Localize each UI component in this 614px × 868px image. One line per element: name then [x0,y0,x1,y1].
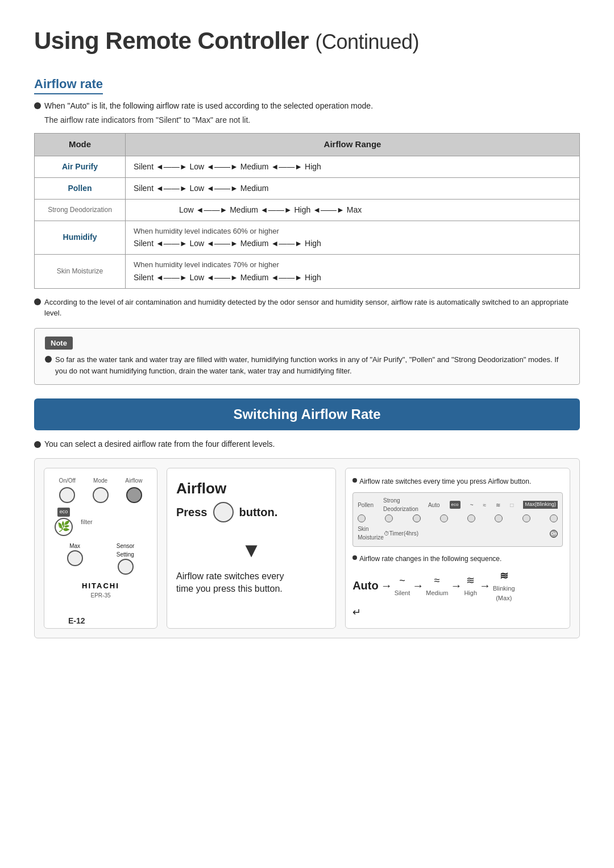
remote-top-labels: On/Off Mode Airflow [50,476,151,485]
eco-row: eco 🌿 filter [50,508,151,536]
range-air-purify: Silent ◄——► Low ◄——► Medium ◄——► High [126,156,580,177]
mini-silent-btn [467,514,475,522]
table-row: Strong Deodorization Low ◄——► Medium ◄——… [35,199,580,221]
mode-pollen: Pollen [35,177,126,199]
mini-medium-btn [495,514,503,522]
airflow-rate-title: Airflow rate [34,74,103,94]
eco-icon: 🌿 [55,518,73,536]
sensor-row: Max SensorSetting [50,542,151,575]
sequence-diagram: Auto → ~ Silent → ≈ Medium → ≋ High → [352,568,563,603]
loop-arrow-icon: ↵ [352,605,361,620]
diagram-wrapper: On/Off Mode Airflow eco 🌿 filter Max Sen… [34,458,580,638]
range-skin-moisturize: When humidity level indicates 70% or hig… [126,255,580,289]
mini-pollen-btn [358,514,366,522]
page-number: E-12 [68,615,85,627]
auto-label: Auto [352,577,379,594]
max-button[interactable] [67,550,83,566]
note-label: Note [45,337,73,350]
note-content: So far as the water tank and water tray … [45,354,569,376]
seq-item-silent: ~ Silent [395,573,410,598]
bullet-icon [45,356,52,363]
bullet-icon [34,298,41,305]
bullet-icon [34,441,41,448]
seq-arrow-3: → [450,577,462,594]
table-row: Humidify When humidity level indicates 6… [35,221,580,255]
onoff-button[interactable] [59,487,75,503]
remote-mini-diagram: Pollen StrongDeodorization Auto eco ~ ≈ … [352,492,563,547]
press-text: Press [176,504,208,521]
seq-note: Airflow rate changes in the following se… [352,554,563,564]
bullet-icon [352,555,357,560]
mini-max-btn [550,514,558,522]
press-circle-icon [213,502,234,522]
press-row: Press button. [176,502,277,522]
mini-strong-btn [385,514,393,522]
remote-top-buttons [50,487,151,503]
mini-eco-btn [440,514,448,522]
table-row: Skin Moisturize When humidity level indi… [35,255,580,289]
switching-header: Switching Airflow Rate [34,398,580,430]
bullet-icon [352,478,357,483]
airflow-intro-1: When "Auto" is lit, the following airflo… [34,100,580,112]
remote-controller-diagram: On/Off Mode Airflow eco 🌿 filter Max Sen… [44,468,157,629]
airflow-bottom-note: According to the level of air contaminat… [34,297,580,319]
seq-arrow-4: → [479,577,491,594]
airflow-big-label: Airflow [176,477,226,500]
mini-high-btn [522,514,530,522]
bullet-icon [34,102,41,109]
on-indicator: On [550,530,558,538]
mode-skin-moisturize: Skin Moisturize [35,255,126,289]
range-humidify: When humidity level indicates 60% or hig… [126,221,580,255]
airflow-sub-text: Airflow rate switches every time you pre… [176,570,284,596]
table-header-mode: Mode [35,134,126,156]
mini-auto-btn [413,514,421,522]
button-text: button. [239,504,278,521]
mode-air-purify: Air Purify [35,156,126,177]
page-title: Using Remote Controller (Continued) [34,23,580,59]
airflow-intro-sub: The airflow rate indicators from "Silent… [44,114,580,126]
eco-label: eco [57,508,70,517]
airflow-table: Mode Airflow Range Air Purify Silent ◄——… [34,133,580,289]
table-header-range: Airflow Range [126,134,580,156]
epr-model: EPR-35 [90,591,110,600]
note-box: Note So far as the water tank and water … [34,328,580,385]
airflow-instruction-panel: Airflow Press button. ▼ Airflow rate swi… [167,468,336,629]
down-arrow-icon: ▼ [176,535,326,566]
sequence-section: Airflow rate changes in the following se… [352,554,563,620]
seq-arrow-1: → [381,577,392,594]
sensor-setting-button[interactable] [118,559,134,575]
seq-item-high: ≋ High [464,573,477,598]
table-row: Pollen Silent ◄——► Low ◄——► Medium [35,177,580,199]
mode-strong-deodorization: Strong Deodorization [35,199,126,221]
range-strong-deodorization: Low ◄——► Medium ◄——► High ◄——► Max [126,199,580,221]
range-pollen: Silent ◄——► Low ◄——► Medium [126,177,580,199]
mode-button[interactable] [93,487,109,503]
table-row: Air Purify Silent ◄——► Low ◄——► Medium ◄… [35,156,580,177]
seq-item-medium: ≈ Medium [426,573,448,598]
seq-item-blinking: ≋ Blinking(Max) [493,568,515,603]
switching-intro: You can select a desired airflow rate fr… [34,438,580,450]
airflow-button[interactable] [126,487,142,503]
hitachi-brand: HITACHI [82,580,119,592]
mode-humidify: Humidify [35,221,126,255]
airflow-info-panel: Airflow rate switches every time you pre… [345,468,570,629]
loop-arrow-row: ↵ [352,605,563,620]
seq-arrow-2: → [412,577,424,594]
rp-note-1: Airflow rate switches every time you pre… [352,476,563,487]
filter-label: filter [81,517,93,527]
